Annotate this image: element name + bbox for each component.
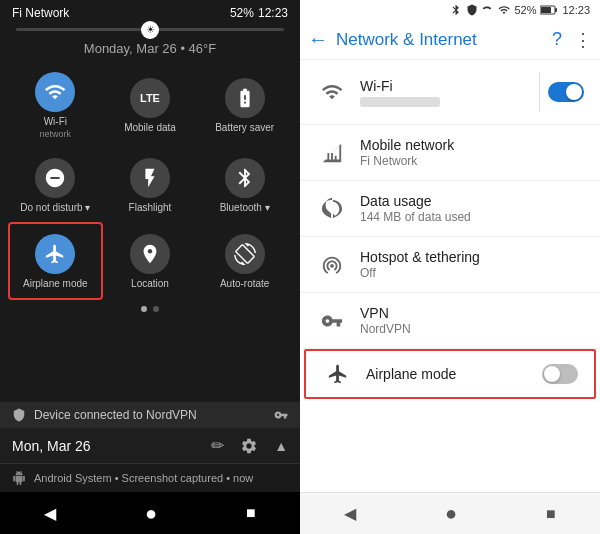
settings-page-title: Network & Internet xyxy=(336,30,544,50)
wifi-title: Wi-Fi xyxy=(360,78,531,94)
svg-rect-2 xyxy=(555,8,557,12)
airplane-settings-icon xyxy=(322,363,354,385)
hotspot-icon xyxy=(316,254,348,276)
vpn-settings-icon xyxy=(316,310,348,332)
auto-rotate-tile-icon xyxy=(225,234,265,274)
vpn-status-right-icon xyxy=(466,4,478,16)
wifi-toggle-thumb xyxy=(566,84,582,100)
tile-mobile-data[interactable]: LTE Mobile data xyxy=(103,62,198,148)
auto-rotate-tile-label: Auto-rotate xyxy=(220,278,269,290)
vpn-text: VPN NordVPN xyxy=(360,305,584,336)
android-icon xyxy=(12,471,26,485)
settings-item-data-usage[interactable]: Data usage 144 MB of data used xyxy=(300,181,600,237)
location-tile-icon xyxy=(130,234,170,274)
nav-bar-right: ◀ ● ■ xyxy=(300,492,600,534)
airplane-title: Airplane mode xyxy=(366,366,542,382)
settings-item-wifi[interactable]: Wi-Fi xyxy=(300,60,600,125)
wifi-settings-text: Wi-Fi xyxy=(360,78,531,107)
recents-button-left[interactable]: ■ xyxy=(246,504,256,522)
vpn-title: VPN xyxy=(360,305,584,321)
back-arrow-button[interactable]: ← xyxy=(308,28,328,51)
edit-icon[interactable]: ✏ xyxy=(211,436,224,455)
mobile-network-text: Mobile network Fi Network xyxy=(360,137,584,168)
wifi-right xyxy=(531,72,584,112)
mobile-network-icon xyxy=(316,142,348,164)
hotspot-subtitle: Off xyxy=(360,266,584,280)
bluetooth-status-icon xyxy=(450,4,462,16)
data-usage-title: Data usage xyxy=(360,193,584,209)
vpn-status-left: Device connected to NordVPN xyxy=(12,408,197,422)
battery-saver-tile-label: Battery saver xyxy=(215,122,274,134)
tile-bluetooth[interactable]: Bluetooth ▾ xyxy=(197,148,292,222)
airplane-toggle[interactable] xyxy=(542,364,578,384)
more-options-icon[interactable]: ⋮ xyxy=(574,29,592,51)
airplane-tile-icon xyxy=(35,234,75,274)
nav-bar-left: ◀ ● ■ xyxy=(0,492,300,534)
tile-auto-rotate[interactable]: Auto-rotate xyxy=(197,222,292,300)
notif-item-screenshot: Android System • Screenshot captured • n… xyxy=(12,468,288,488)
settings-item-hotspot[interactable]: Hotspot & tethering Off xyxy=(300,237,600,293)
tile-location[interactable]: Location xyxy=(103,222,198,300)
home-button-left[interactable]: ● xyxy=(145,502,157,525)
help-icon[interactable]: ? xyxy=(552,29,562,51)
home-button-right[interactable]: ● xyxy=(445,502,457,525)
data-usage-text: Data usage 144 MB of data used xyxy=(360,193,584,224)
hotspot-title: Hotspot & tethering xyxy=(360,249,584,265)
status-icons-right: 52% 12:23 xyxy=(230,6,288,20)
vpn-key-icon xyxy=(274,408,288,422)
recents-button-right[interactable]: ■ xyxy=(546,505,556,523)
signal-status-icon xyxy=(482,4,494,16)
battery-icon-right xyxy=(540,5,558,15)
battery-percent-left: 52% xyxy=(230,6,254,20)
wifi-toggle[interactable] xyxy=(548,82,584,102)
data-usage-icon xyxy=(316,198,348,220)
mobile-network-subtitle: Fi Network xyxy=(360,154,584,168)
settings-item-mobile-network[interactable]: Mobile network Fi Network xyxy=(300,125,600,181)
dnd-tile-label: Do not disturb ▾ xyxy=(20,202,90,214)
battery-saver-tile-icon xyxy=(225,78,265,118)
vpn-status-bar: Device connected to NordVPN xyxy=(0,402,300,428)
dot-1 xyxy=(141,306,147,312)
mobile-network-title: Mobile network xyxy=(360,137,584,153)
back-button-right[interactable]: ◀ xyxy=(344,504,356,523)
notification-shade: Fi Network 52% 12:23 ☀ Monday, Mar 26 • … xyxy=(0,0,300,534)
status-bar-right: 52% 12:23 xyxy=(300,0,600,20)
settings-icon[interactable] xyxy=(240,437,258,455)
tile-do-not-disturb[interactable]: Do not disturb ▾ xyxy=(8,148,103,222)
collapse-icon[interactable]: ▲ xyxy=(274,438,288,454)
notif-text: Android System • Screenshot captured • n… xyxy=(34,472,253,484)
tile-flashlight[interactable]: Flashlight xyxy=(103,148,198,222)
bluetooth-tile-icon xyxy=(225,158,265,198)
date-label: Mon, Mar 26 xyxy=(12,438,91,454)
vpn-status-text: Device connected to NordVPN xyxy=(34,408,197,422)
hotspot-text: Hotspot & tethering Off xyxy=(360,249,584,280)
flashlight-tile-label: Flashlight xyxy=(129,202,172,214)
vpn-icon xyxy=(12,408,26,422)
wifi-settings-icon xyxy=(316,81,348,103)
time-right: 12:23 xyxy=(562,4,590,16)
airplane-right xyxy=(542,364,578,384)
tile-battery-saver[interactable]: Battery saver xyxy=(197,62,292,148)
settings-item-airplane[interactable]: Airplane mode xyxy=(304,349,596,399)
airplane-toggle-thumb xyxy=(544,366,560,382)
tile-airplane-mode[interactable]: Airplane mode xyxy=(8,222,103,300)
vpn-subtitle: NordVPN xyxy=(360,322,584,336)
wifi-tile-label: Wi-Finetwork xyxy=(40,116,72,140)
back-button-left[interactable]: ◀ xyxy=(44,504,56,523)
svg-rect-1 xyxy=(541,7,551,13)
airplane-tile-label: Airplane mode xyxy=(23,278,87,290)
date-weather-label: Monday, Mar 26 • 46°F xyxy=(0,39,300,62)
mobile-data-tile-label: Mobile data xyxy=(124,122,176,134)
brightness-control[interactable]: ☀ xyxy=(0,24,300,39)
wifi-divider xyxy=(539,72,540,112)
airplane-text: Airplane mode xyxy=(366,366,542,382)
page-dots xyxy=(0,300,300,318)
location-tile-label: Location xyxy=(131,278,169,290)
bluetooth-tile-label: Bluetooth ▾ xyxy=(220,202,270,214)
settings-item-vpn[interactable]: VPN NordVPN xyxy=(300,293,600,349)
dnd-tile-icon xyxy=(35,158,75,198)
wifi-tile-icon xyxy=(35,72,75,112)
tile-wifi[interactable]: Wi-Finetwork xyxy=(8,62,103,148)
shade-bottom-bar: Mon, Mar 26 ✏ ▲ xyxy=(0,428,300,463)
data-usage-subtitle: 144 MB of data used xyxy=(360,210,584,224)
